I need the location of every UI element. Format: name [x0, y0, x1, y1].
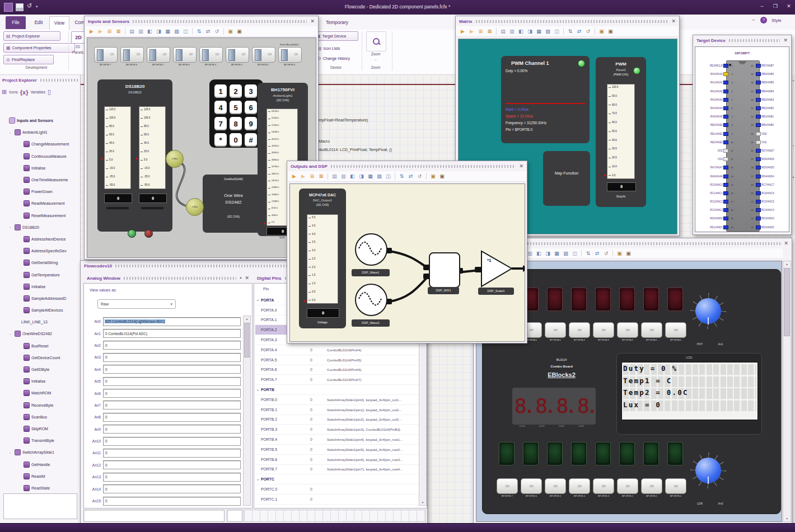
tool-icon[interactable]: ▦	[164, 28, 171, 35]
keypad-key[interactable]: 9	[245, 117, 257, 130]
target-device-header[interactable]: Target Device ✕	[693, 35, 791, 45]
analog-value-input[interactable]: 0	[103, 365, 241, 374]
digital-pin-row[interactable]: ▸ PORTB	[255, 385, 419, 395]
dsp-close-icon[interactable]: ✕	[519, 163, 523, 169]
minimize-button[interactable]: –	[757, 3, 767, 9]
tree-item[interactable]: MatchROM	[1, 387, 80, 399]
ribbon-button[interactable]: ▦Component Properties	[3, 43, 75, 53]
tool-icon[interactable]: ▥	[508, 28, 516, 35]
pwm-channel-component[interactable]: PWM Channel 1 Duty = 0.00% Mark = 0.00us…	[501, 56, 590, 143]
ribbon-tab[interactable]: File	[6, 16, 26, 29]
ds18b20-green-led[interactable]	[128, 229, 136, 238]
slide-switch[interactable]: Off $PORTB.3	[199, 47, 223, 63]
tool-icon[interactable]: ⊞	[477, 28, 484, 35]
ribbon-button[interactable]: ↻Change History	[315, 54, 363, 63]
tool-icon[interactable]: ▤	[331, 173, 338, 180]
tool-icon[interactable]	[192, 28, 193, 35]
matrix-header[interactable]: Matrix ✕	[456, 16, 679, 26]
digital-pin-row[interactable]: PORTA.7 0 ComboBL0114(PinA7)	[255, 375, 419, 385]
analog-value-input[interactable]: 825 ComboBL0114(LightSensor ADC)	[103, 317, 241, 326]
tree-item[interactable]: − DS18B20	[1, 222, 80, 233]
tool-icon[interactable]: ▧	[562, 250, 569, 257]
tool-icon[interactable]: ⇅	[398, 173, 405, 180]
tree-item[interactable]: − AmbientLight1	[1, 126, 80, 138]
tree-item[interactable]: − SwitchArraySlide1	[1, 446, 80, 458]
tool-icon[interactable]: ↺	[416, 173, 423, 180]
analog-value-input[interactable]: 0	[103, 449, 241, 458]
tool-icon[interactable]	[426, 173, 427, 180]
tree-expander[interactable]: −	[8, 131, 13, 134]
tree-item[interactable]: ReadAll	[1, 470, 80, 482]
keypad-key[interactable]: *	[214, 133, 227, 147]
ribbon-button[interactable]: ▤Project Explorer	[3, 31, 60, 41]
tool-icon[interactable]: ◧	[349, 173, 356, 180]
analog-value-input[interactable]: 0	[103, 473, 241, 482]
tree-expander[interactable]: −	[8, 332, 13, 336]
tree-expander[interactable]: −	[8, 451, 13, 454]
tool-icon[interactable]: ◧	[146, 28, 153, 35]
keypad-key[interactable]: 8	[230, 117, 242, 130]
ldr-knob-ball[interactable]	[695, 458, 721, 483]
switch-slider[interactable]	[149, 49, 156, 61]
dsp-mix-component[interactable]: DSP_MIX1	[429, 252, 458, 294]
ribbon-button[interactable]: ▣Target Device	[314, 31, 358, 41]
analog-value-input[interactable]: 0	[103, 401, 241, 409]
switch-slider[interactable]	[281, 49, 288, 61]
board-switch[interactable]: Off $PORTB.2	[617, 478, 638, 494]
analog-pin-icon[interactable]: •	[240, 275, 241, 281]
tree-item[interactable]: ReadMeasurement	[1, 197, 80, 209]
board-switch[interactable]: Off $PORTB.6	[521, 478, 542, 494]
tool-icon[interactable]: ▣	[616, 250, 623, 257]
ds18b20-component[interactable]: DS18B20 DS18B20 125.0105.085.065.045.025…	[97, 79, 172, 232]
onewire-component[interactable]: OneWireDS2482 One Wire DS2482 (I2C CH1)	[203, 175, 264, 233]
tool-icon[interactable]	[328, 173, 328, 180]
tree-item[interactable]: GetSerialString	[1, 257, 80, 269]
tool-icon[interactable]: ▦	[367, 173, 374, 180]
slide-switch[interactable]: Off $PORTB.2	[226, 47, 249, 63]
ribbon-tab[interactable]: Temporary	[321, 16, 353, 29]
pot-knob-ball[interactable]	[695, 298, 721, 324]
tree-expander[interactable]: −	[8, 225, 13, 229]
analog-close-icon[interactable]: ✕	[245, 275, 249, 281]
tool-icon[interactable]: ↺	[213, 28, 221, 35]
tree-item[interactable]: − OneWireDS2482	[1, 328, 80, 340]
inputs-header[interactable]: Inputs and Sensors ✕	[85, 16, 318, 26]
tool-icon[interactable]: ⊞	[106, 28, 113, 35]
analog-value-input[interactable]: 0	[103, 341, 241, 350]
tool-icon[interactable]: ▣	[429, 173, 437, 180]
tool-icon[interactable]: ⊞	[308, 173, 316, 180]
tool-icon[interactable]: ▶	[97, 28, 104, 35]
digital-pin-row[interactable]: PORTB.2 0 SwitchArraySlide1(pin2), keypa…	[255, 415, 419, 425]
tree-item[interactable]: SampleAddressedD	[1, 293, 80, 304]
tree-item[interactable]: BusReset	[1, 340, 80, 352]
tool-icon[interactable]: ⇅	[584, 250, 592, 257]
tool-icon[interactable]	[395, 173, 395, 180]
help-icon[interactable]: ?	[760, 17, 767, 23]
tree-item[interactable]: ContinuousMeasure	[1, 150, 80, 162]
tree-item[interactable]: GetDeviceCount	[1, 352, 80, 364]
tool-icon[interactable]: ◫	[182, 28, 189, 35]
tool-icon[interactable]	[223, 28, 224, 35]
digital-pin-row[interactable]: PORTB.4 0 SwitchArraySlide1(pin4), keypa…	[255, 435, 419, 445]
digital-pin-row[interactable]: PORTB.1 0 SwitchArraySlide1(pin1), keypa…	[255, 405, 419, 415]
digital-pin-row[interactable]: ▸ PORTC	[255, 474, 419, 484]
slide-switch[interactable]: Off $PORTB.5	[147, 47, 170, 63]
icons-view-icon[interactable]: ⊞	[2, 88, 7, 96]
board-switch[interactable]: Off $PORTA.4	[569, 322, 590, 338]
tool-icon[interactable]: ↺	[584, 28, 592, 35]
onewire-bubble-1[interactable]: 1-Wire	[166, 150, 184, 168]
tool-icon[interactable]: ▧	[544, 28, 551, 35]
board-switch[interactable]: Off $PORTB.7	[497, 478, 518, 494]
tree-item[interactable]: Initialise	[1, 375, 80, 387]
tree-item[interactable]: GetHandle	[1, 458, 80, 470]
tool-icon[interactable]: ▣	[625, 250, 632, 257]
keypad-key[interactable]: 0	[230, 133, 242, 147]
slide-switch[interactable]: Off $PORTB.1	[252, 47, 275, 63]
tool-icon[interactable]	[581, 250, 582, 257]
tool-icon[interactable]: ⇄	[407, 173, 414, 180]
tool-icon[interactable]	[496, 28, 497, 35]
digital-pin-row[interactable]: PORTB.3 0 SwitchArraySlide1(pin3), Combo…	[255, 425, 419, 435]
slide-switch[interactable]: Off $PORTB.0	[278, 47, 302, 63]
slide-switch[interactable]: Off $PORTB.6	[120, 47, 144, 63]
tool-icon[interactable]: ▣	[598, 28, 605, 35]
